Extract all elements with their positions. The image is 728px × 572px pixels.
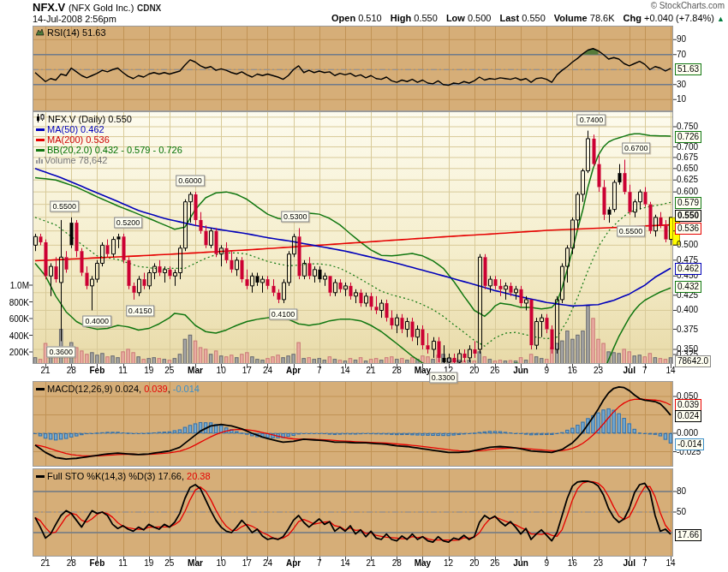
open-value: 0.510 [358,13,382,23]
date-tick-label: 23 [594,558,603,568]
bb-legend: BB(20,2.0) 0.432 - 0.579 - 0.726 [36,145,182,155]
volume-label: Volume [554,13,588,23]
axis-value-box: 0.579 [675,197,701,209]
high-value: 0.550 [414,13,438,23]
price-callout: 0.7400 [577,114,606,125]
axis-value-box: 51.63 [675,63,701,75]
axis-label: 0.675 [677,153,698,162]
date-tick-label: 26 [490,558,499,568]
axis-label: 90 [677,35,686,44]
price-callout: 0.3300 [429,372,458,384]
price-callout: 0.3600 [46,347,75,358]
date-tick-label: Mar [188,558,203,568]
macd-signal-value: 0.039 [144,384,168,394]
axis-label: 0.400 [677,306,698,314]
date-tick-label: 19 [144,558,153,568]
date-tick-label: 26 [490,366,499,375]
ma200-legend: MA(200) 0.536 [36,134,182,145]
axis-label: 600K [0,314,29,324]
volume-legend-text: Volume 78,642 [45,155,107,165]
date-tick-label: 9 [544,558,549,568]
price-legend-text: NFX.V (Daily) 0.550 [48,114,132,124]
open-label: Open [331,13,355,23]
axis-value-box: -0.014 [675,438,704,450]
axis-label: 0.650 [677,164,698,173]
date-tick-label: 28 [392,558,402,568]
price-legend-title: NFX.V (Daily) 0.550 [36,114,182,124]
price-callout: 0.6000 [176,176,205,187]
date-tick-label: 16 [568,366,577,375]
exchange: CDNX [137,3,161,13]
date-tick-label: 12 [444,558,453,568]
symbol: NFX.V [33,1,65,14]
price-callout: 0.5200 [114,217,143,228]
date-tick-label: 24 [263,366,272,375]
sto-legend: Full STO %K(14,3) %D(3) 17.66, 20.38 [36,471,211,481]
date-tick-label: 17 [242,366,252,375]
date-tick-label: Apr [286,366,301,375]
chg-label: Chg [624,13,641,23]
date-tick-label: Jun [513,366,528,375]
ma50-legend-text: MA(50) 0.462 [47,124,104,134]
axis-label: 0.375 [677,325,698,334]
date-tick-label: 11 [118,558,127,568]
axis-label: 0.625 [677,176,698,184]
date-tick-label: 21 [367,558,376,568]
company-name: (NFX Gold Inc.) [69,3,134,13]
ma200-legend-text: MA(200) 0.536 [47,134,110,145]
axis-value-box: 0.039 [675,399,701,411]
date-tick-label: 7 [317,366,322,375]
date-tick-label: 23 [594,366,603,375]
date-tick-label: 9 [544,366,549,375]
date-tick-label: 21 [41,366,51,375]
axis-label: 0.500 [677,241,698,249]
bb-line-icon [36,149,45,152]
ma200-line-icon [36,139,45,141]
date-tick-label: 16 [568,558,577,568]
low-value: 0.500 [468,13,492,23]
price-callout: 0.5500 [617,225,646,236]
date-tick-label: 14 [665,558,675,568]
last-value: 0.550 [522,13,546,23]
macd-legend-text: MACD(12,26,9) 0.024 [47,384,139,394]
date-tick-label: 28 [67,558,76,568]
symbol-title: NFX.V (NFX Gold Inc.) CDNX [33,1,161,14]
volume-legend: Volume 78,642 [36,155,182,165]
date-tick-label: Feb [90,366,105,375]
axis-value-box: 0.536 [675,223,701,235]
chart-datetime: 14-Jul-2008 2:56pm [33,14,116,24]
axis-value-box: 17.66 [675,529,701,541]
bb-legend-text: BB(20,2.0) 0.432 - 0.579 - 0.726 [47,145,182,155]
date-tick-label: 17 [242,558,252,568]
date-tick-label: Jul [623,366,635,375]
ma50-line-icon [36,128,45,131]
macd-hist-value: -0.014 [173,384,200,394]
high-label: High [391,13,411,23]
axis-value-box: 0.432 [675,281,701,293]
chg-value: +0.040 (+7.84%) [644,13,714,23]
axis-label: 1.0M [0,281,29,290]
area-chart-icon [36,27,45,38]
sto-d-value: 20.38 [187,471,211,481]
axis-label: 0.750 [677,122,698,131]
date-tick-label: 19 [144,366,153,375]
date-tick-label: 24 [263,558,272,568]
volume-bars-icon [36,155,45,165]
date-tick-label: 14 [665,366,675,375]
date-tick-label: 10 [217,366,226,375]
low-label: Low [446,13,465,23]
axis-label: 30 [677,80,686,89]
date-tick-label: 7 [642,366,647,375]
chart-canvas [0,0,728,572]
axis-label: 80 [677,487,686,496]
date-tick-label: 25 [164,558,174,568]
price-callout: 0.4150 [126,305,155,316]
chart-header: NFX.V (NFX Gold Inc.) CDNX 14-Jul-2008 2… [0,0,728,26]
date-tick-label: 21 [367,366,376,375]
date-tick-label: 11 [118,366,127,375]
date-tick-label: Mar [188,366,203,375]
stockcharts-chart-page: NFX.V (NFX Gold Inc.) CDNX 14-Jul-2008 2… [0,0,728,572]
price-callout: 0.6700 [622,143,651,154]
axis-value-box: 0.462 [675,263,701,275]
axis-label: 10 [677,95,686,104]
